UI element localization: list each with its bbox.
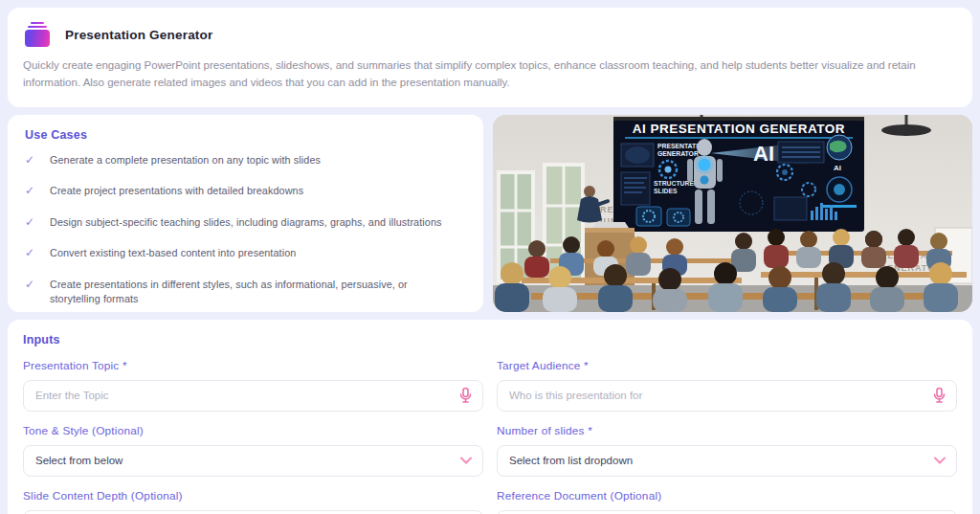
inputs-card: Inputs Presentation Topic * [8,320,972,514]
header-card: Presentation Generator Quickly create en… [8,8,972,107]
check-icon: ✓ [25,153,36,168]
svg-text:AI: AI [834,164,841,172]
tone-style-label: Tone & Style (Optional) [23,424,483,437]
svg-text:AI: AI [753,142,774,166]
reference-document-label: Reference Document (Optional) [497,489,957,503]
check-icon: ✓ [25,215,36,231]
presentation-generator-page: Presentation Generator Quickly create en… [0,0,980,514]
list-item: ✓ Generate a complete presentation on an… [25,153,466,168]
presentation-topic-label: Presentation Topic * [23,359,483,372]
field-slide-content-depth: Slide Content Depth (Optional) Select fr… [23,477,483,514]
check-icon: ✓ [25,184,36,199]
chevron-down-icon [934,457,946,464]
classroom-illustration: REAL HUMAN PRESENTATION GENERATOR AI PRE… [493,115,972,312]
presentation-generator-icon [23,22,52,47]
hero-image: REAL HUMAN PRESENTATION GENERATOR AI PRE… [493,115,972,312]
microphone-icon[interactable] [933,388,946,404]
inputs-title: Inputs [23,333,957,346]
target-audience-input[interactable] [509,390,924,401]
number-of-slides-select[interactable]: Select from list dropdown [497,445,957,477]
page-title: Presentation Generator [65,28,212,42]
svg-text:GENERATOR: GENERATOR [657,150,699,157]
field-presentation-topic: Presentation Topic * [23,346,483,412]
use-cases-card: Use Cases ✓ Generate a complete presenta… [8,115,483,312]
reference-document-file-input[interactable]: Choose File No file chosen [497,510,957,514]
microphone-icon[interactable] [459,388,472,404]
chevron-down-icon [460,457,472,464]
field-reference-document: Reference Document (Optional) Choose Fil… [497,477,957,514]
list-item: ✓ Design subject-specific teaching slide… [25,215,466,231]
check-icon: ✓ [25,246,36,261]
field-target-audience: Target Audience * [497,346,957,412]
list-item: ✓ Create project presentations with deta… [25,184,466,199]
use-cases-list: ✓ Generate a complete presentation on an… [25,153,466,307]
svg-text:AI PRESENTATION GENERATOR: AI PRESENTATION GENERATOR [633,122,845,136]
slide-content-depth-label: Slide Content Depth (Optional) [23,489,483,503]
check-icon: ✓ [25,278,36,293]
use-cases-title: Use Cases [25,128,466,142]
slide-content-depth-select[interactable]: Select from below [23,510,483,514]
list-item: ✓ Convert existing text-based content in… [25,246,466,261]
tone-style-select[interactable]: Select from below [23,445,483,477]
field-number-of-slides: Number of slides * Select from list drop… [497,412,957,477]
svg-text:SLIDES: SLIDES [654,188,678,194]
list-item: ✓ Create presentations in different styl… [25,278,466,306]
field-tone-style: Tone & Style (Optional) Select from belo… [23,412,483,477]
presentation-topic-input[interactable] [35,390,450,401]
page-description: Quickly create engaging PowerPoint prese… [23,57,957,92]
target-audience-label: Target Audience * [497,359,957,372]
number-of-slides-label: Number of slides * [497,424,957,437]
